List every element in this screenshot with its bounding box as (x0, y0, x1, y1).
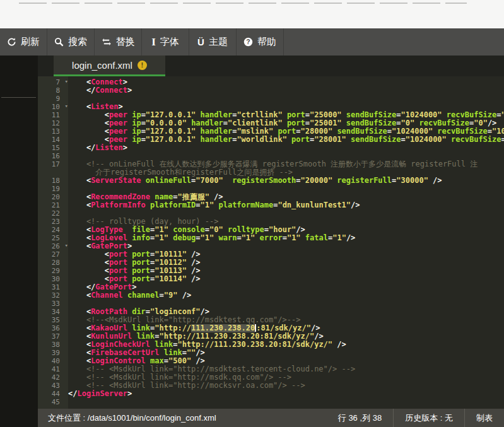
code-line[interactable]: 8 </Connect> (38, 86, 504, 95)
line-number: 38 (38, 341, 68, 349)
line-number: 43 (38, 382, 68, 390)
code-line[interactable]: 10▾ <Listen> (38, 103, 504, 111)
code-line[interactable]: 27 <port port="10111" /> (38, 250, 504, 259)
font-icon: I (151, 37, 156, 47)
svg-text:?: ? (246, 38, 250, 45)
help-icon: ? (243, 37, 253, 47)
code-line[interactable]: 9 (38, 95, 504, 103)
code-text: <RecommendZone name="推薦服" /> (68, 193, 504, 201)
font-label: 字体 (160, 36, 179, 48)
fold-toggle-icon[interactable]: ▾ (65, 78, 68, 86)
code-line[interactable]: 16 (38, 152, 504, 160)
tab-login-conf-xml[interactable]: login_conf.xml ! (54, 56, 165, 76)
line-number: 17 (38, 160, 68, 168)
code-line[interactable]: 13 <peer ip="127.0.0.1" handler="mslink"… (38, 127, 504, 136)
history-version[interactable]: 历史版本 : 无 (394, 412, 464, 424)
font-button[interactable]: I 字体 (142, 28, 189, 56)
code-line[interactable]: 12 <peer ip="0.0.0.0" handler="clientlin… (38, 119, 504, 127)
search-button[interactable]: 搜索 (47, 28, 95, 56)
code-line[interactable]: 21 <PlatformInfo platformID="1" platform… (38, 201, 504, 209)
code-text: <LogType file="1" console="0" rolltype="… (68, 226, 504, 234)
line-number: 8 (38, 86, 68, 95)
code-text: <FirebaseCertUrl link=""/> (68, 349, 504, 357)
code-line[interactable]: 18 <ServerState onlineFull="7000" regist… (38, 177, 504, 185)
code-line[interactable]: 34 <RootPath dir="loginconf"/> (38, 308, 504, 316)
code-line[interactable]: 43 <!-- <MsdkUrl link="http://mocksvr.oa… (38, 382, 504, 390)
fold-toggle-icon[interactable]: ▾ (65, 102, 68, 110)
line-number: 21 (38, 201, 68, 209)
tab-bar: login_conf.xml ! (38, 56, 504, 76)
code-line[interactable]: 23 <!-- rolltype (day, hour) --> (38, 218, 504, 226)
code-line[interactable]: 11 <peer ip="127.0.0.1" handler="ctrllin… (38, 111, 504, 119)
code-line[interactable]: 15 </Listen> (38, 144, 504, 152)
code-line[interactable]: 17 <!-- onLineFull 在线人数达到多少服务器爆满 registe… (38, 160, 504, 168)
editor-app-window: 刷新 搜索 替换 I 字体 Ü 主题 ? 帮助 (0, 0, 504, 427)
code-text: <peer ip="127.0.0.1" handler="ctrllink" … (68, 111, 504, 119)
replace-button[interactable]: 替换 (95, 28, 142, 56)
browser-chrome-strip (0, 0, 504, 28)
line-number: 33 (38, 300, 68, 308)
code-line[interactable]: 36 <KakaoUrl link="http://111.230.238.20… (38, 324, 504, 332)
code-text: <RootPath dir="loginconf"/> (68, 308, 504, 316)
code-line[interactable]: 25 <LogLevel info="1" debug="1" warn="1"… (38, 234, 504, 242)
code-text (68, 209, 504, 218)
status-bar: 文件位置 : /data/s1001/bin/conf/login_conf.x… (38, 409, 504, 427)
code-text: <peer ip="127.0.0.1" handler="worldlink"… (68, 136, 504, 144)
replace-icon (102, 37, 112, 47)
code-text: <PlatformInfo platformID="1" platformNam… (68, 201, 504, 209)
code-line[interactable]: 19 (38, 185, 504, 193)
code-text (68, 300, 504, 308)
code-line[interactable]: 38 <LoginCheckUrl link="http://111.230.2… (38, 341, 504, 349)
code-line[interactable]: 30 <port port="10114" /> (38, 275, 504, 283)
code-line[interactable]: 44</LoginServer> (38, 390, 504, 398)
tab-info: 制表 (465, 412, 504, 424)
code-rows: 7▾ <Connect>8 </Connect>910▾ <Listen>11 … (38, 78, 504, 406)
code-line[interactable]: 31 </GatePort> (38, 283, 504, 291)
code-text: <Listen> (68, 103, 504, 111)
code-line[interactable]: 41 <!-- <MsdkUrl link="http://msdktest.t… (38, 365, 504, 373)
code-line[interactable]: 37 <KunlunUrl link="http://111.230.238.2… (38, 332, 504, 341)
code-line[interactable]: 26▾ <GatePort> (38, 242, 504, 250)
sidebar-divider (1, 97, 36, 98)
code-text: <peer ip="0.0.0.0" handler="clientlink" … (68, 119, 504, 127)
help-label: 帮助 (257, 36, 276, 48)
code-line[interactable]: 7▾ <Connect> (38, 78, 504, 86)
line-number: 16 (38, 152, 68, 160)
code-line[interactable]: 介于registerSmooth和registerFull之间是拥挤 --> (38, 168, 504, 177)
line-number: 10▾ (38, 103, 68, 111)
code-line[interactable]: 39 <FirebaseCertUrl link=""/> (38, 349, 504, 357)
search-label: 搜索 (68, 36, 87, 48)
code-line[interactable]: 28 <port port="10112" /> (38, 259, 504, 267)
code-editor[interactable]: 7▾ <Connect>8 </Connect>910▾ <Listen>11 … (38, 76, 504, 409)
code-line[interactable]: 32 <Channel channel="9" /> (38, 291, 504, 300)
line-number: 7▾ (38, 78, 68, 86)
code-line[interactable]: 14 <peer ip="127.0.0.1" handler="worldli… (38, 136, 504, 144)
warning-icon: ! (138, 61, 147, 70)
line-number: 44 (38, 390, 68, 398)
help-button[interactable]: ? 帮助 (237, 28, 284, 56)
code-line[interactable]: 35 <!--<MsdkUrl link="http://msdktest.qq… (38, 316, 504, 324)
code-line[interactable]: 42 <!-- <MsdkUrl link="http://msdk.qq.co… (38, 373, 504, 382)
code-line[interactable]: 45 (38, 398, 504, 406)
code-text: </LoginServer> (68, 390, 504, 398)
code-line[interactable]: 24 <LogType file="1" console="0" rolltyp… (38, 226, 504, 234)
code-line[interactable]: 29 <port port="10113" /> (38, 267, 504, 275)
code-line[interactable]: 40 <LoginControl max="500" /> (38, 357, 504, 365)
browser-tabs-edge (19, 3, 467, 4)
refresh-label: 刷新 (21, 36, 40, 48)
file-location: 文件位置 : /data/s1001/bin/conf/login_conf.x… (38, 412, 327, 424)
line-number: 13 (38, 127, 68, 136)
line-number: 23 (38, 218, 68, 226)
theme-icon: Ü (197, 37, 204, 47)
refresh-button[interactable]: 刷新 (0, 28, 47, 56)
code-text (68, 152, 504, 160)
line-number: 41 (38, 365, 68, 373)
code-line[interactable]: 22 (38, 209, 504, 218)
line-number: 9 (38, 95, 68, 103)
code-line[interactable]: 33 (38, 300, 504, 308)
code-text: <Connect> (68, 78, 504, 86)
code-line[interactable]: 20 <RecommendZone name="推薦服" /> (38, 193, 504, 201)
fold-toggle-icon[interactable]: ▾ (65, 242, 68, 250)
theme-button[interactable]: Ü 主题 (189, 28, 237, 56)
line-number: 15 (38, 144, 68, 152)
